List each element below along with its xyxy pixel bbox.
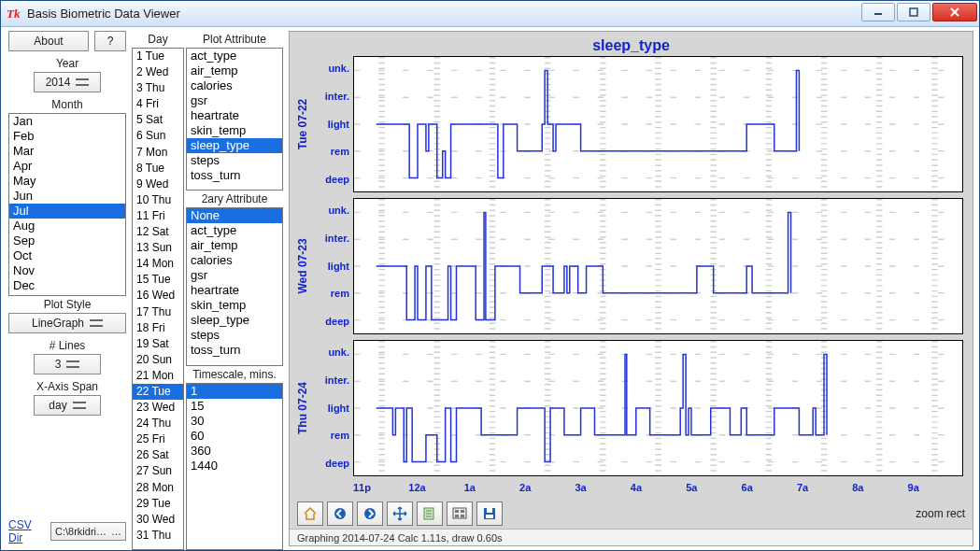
list-item[interactable]: Sep [9, 233, 125, 248]
plot-attr-list[interactable]: act_typeair_tempcaloriesgsrheartrateskin… [186, 48, 283, 191]
back-icon[interactable] [327, 502, 353, 526]
list-item[interactable]: 4 Fri [133, 96, 183, 112]
list-item[interactable]: 17 Thu [133, 304, 183, 320]
list-item[interactable]: 31 Thu [133, 528, 183, 544]
list-item[interactable]: steps [187, 153, 282, 168]
list-item[interactable]: sleep_type [187, 313, 282, 328]
csv-dir-link[interactable]: CSV Dir [8, 518, 47, 544]
list-item[interactable]: 30 [187, 414, 282, 429]
list-item[interactable]: air_temp [187, 64, 282, 78]
zoom-icon[interactable] [417, 502, 443, 526]
list-item[interactable]: 21 Mon [133, 368, 183, 384]
num-lines-selector[interactable]: 3 [34, 354, 101, 374]
list-item[interactable]: heartrate [187, 283, 282, 298]
subplots-icon[interactable] [447, 502, 473, 526]
sec-attr-list[interactable]: Noneact_typeair_tempcaloriesgsrheartrate… [186, 207, 283, 366]
list-item[interactable]: gsr [187, 268, 282, 283]
list-item[interactable]: 13 Sun [133, 240, 183, 256]
list-item[interactable]: 19 Sat [133, 336, 183, 352]
year-selector[interactable]: 2014 [34, 72, 101, 92]
list-item[interactable]: heartrate [187, 108, 282, 123]
list-item[interactable]: 2 Wed [133, 64, 183, 80]
list-item[interactable]: toss_turn [187, 168, 282, 183]
list-item[interactable]: 5 Sat [133, 112, 183, 128]
minimize-button[interactable] [861, 3, 895, 21]
day-label: Day [132, 33, 184, 46]
list-item[interactable]: 1 Tue [133, 49, 183, 64]
list-item[interactable]: 20 Sun [133, 352, 183, 368]
svg-rect-1 [910, 8, 917, 16]
list-item[interactable]: Jun [9, 189, 125, 204]
list-item[interactable]: 60 [187, 429, 282, 444]
month-list[interactable]: JanFebMarAprMayJunJulAugSepOctNovDec [8, 113, 126, 296]
help-button[interactable]: ? [94, 31, 126, 51]
maximize-button[interactable] [897, 3, 930, 21]
csv-path-selector[interactable]: C:\8rkidrives … [50, 522, 126, 541]
list-item[interactable]: 26 Sat [133, 447, 183, 463]
list-item[interactable]: skin_temp [187, 123, 282, 138]
list-item[interactable]: gsr [187, 93, 282, 108]
list-item[interactable]: air_temp [187, 238, 282, 253]
pan-icon[interactable] [387, 502, 413, 526]
list-item[interactable]: 10 Thu [133, 192, 183, 208]
chart-plot[interactable] [353, 198, 963, 334]
list-item[interactable]: 24 Thu [133, 416, 183, 431]
list-item[interactable]: 18 Fri [133, 320, 183, 336]
list-item[interactable]: calories [187, 253, 282, 268]
list-item[interactable]: 7 Mon [133, 145, 183, 161]
list-item[interactable]: 9 Wed [133, 177, 183, 192]
close-button[interactable] [932, 3, 977, 21]
home-icon[interactable] [297, 502, 323, 526]
list-item[interactable]: 25 Fri [133, 431, 183, 447]
list-item[interactable]: None [187, 208, 282, 223]
list-item[interactable]: 28 Mon [133, 480, 183, 496]
list-item[interactable]: 23 Wed [133, 400, 183, 416]
svg-rect-62 [486, 515, 493, 518]
list-item[interactable]: Oct [9, 248, 125, 263]
list-item[interactable]: 27 Sun [133, 463, 183, 479]
list-item[interactable]: 15 Tue [133, 272, 183, 288]
list-item[interactable]: skin_temp [187, 298, 282, 313]
chart-plot[interactable] [353, 56, 963, 192]
day-list[interactable]: 1 Tue2 Wed3 Thu4 Fri5 Sat6 Sun7 Mon8 Tue… [132, 48, 184, 550]
list-item[interactable]: toss_turn [187, 343, 282, 358]
list-item[interactable]: Jul [9, 204, 125, 219]
list-item[interactable]: 12 Sat [133, 224, 183, 240]
list-item[interactable]: 8 Tue [133, 161, 183, 177]
list-item[interactable]: 22 Tue [133, 384, 183, 400]
list-item[interactable]: 3 Thu [133, 80, 183, 96]
list-item[interactable]: 14 Mon [133, 256, 183, 272]
list-item[interactable]: act_type [187, 223, 282, 238]
list-item[interactable]: 1 [187, 384, 282, 399]
forward-icon[interactable] [357, 502, 383, 526]
list-item[interactable]: 29 Tue [133, 496, 183, 512]
list-item[interactable]: Apr [9, 159, 125, 174]
list-item[interactable]: 1440 [187, 459, 282, 473]
chart-row: Thu 07-24unk.inter.lightremdeep [293, 340, 963, 476]
list-item[interactable]: May [9, 174, 125, 189]
list-item[interactable]: Dec [9, 278, 125, 293]
list-item[interactable]: 30 Wed [133, 512, 183, 528]
list-item[interactable]: act_type [187, 49, 282, 64]
dropdown-icon [90, 319, 103, 327]
list-item[interactable]: 16 Wed [133, 288, 183, 304]
list-item[interactable]: 15 [187, 399, 282, 414]
list-item[interactable]: calories [187, 78, 282, 93]
list-item[interactable]: 11 Fri [133, 208, 183, 224]
list-item[interactable]: Nov [9, 263, 125, 278]
list-item[interactable]: Feb [9, 129, 125, 144]
about-button[interactable]: About [8, 31, 89, 51]
list-item[interactable]: steps [187, 328, 282, 343]
timescale-list[interactable]: 11530603601440 [186, 383, 283, 550]
save-icon[interactable] [476, 502, 503, 526]
plot-style-selector[interactable]: LineGraph [8, 313, 126, 333]
list-item[interactable]: 6 Sun [133, 128, 183, 144]
list-item[interactable]: sleep_type [187, 138, 282, 153]
x-span-selector[interactable]: day [34, 395, 101, 416]
x-span-label: X-Axis Span [8, 380, 126, 393]
list-item[interactable]: Aug [9, 219, 125, 233]
chart-plot[interactable] [353, 340, 963, 476]
list-item[interactable]: Mar [9, 144, 125, 159]
list-item[interactable]: Jan [9, 114, 125, 129]
list-item[interactable]: 360 [187, 444, 282, 459]
